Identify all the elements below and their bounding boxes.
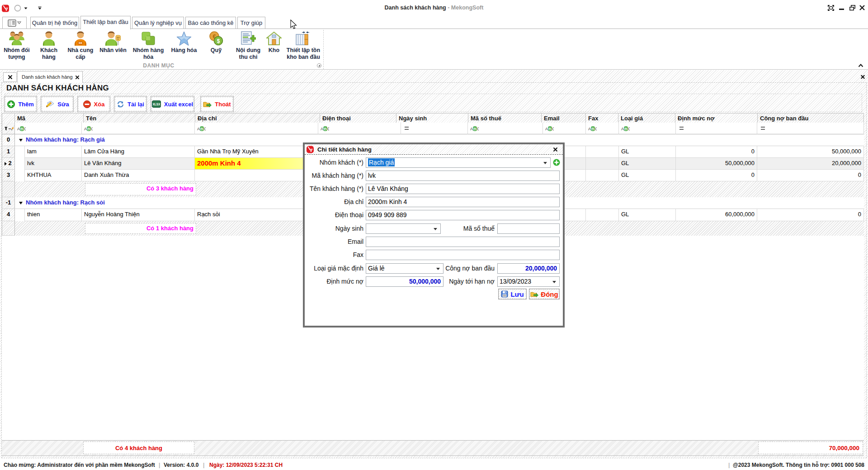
- svg-text:B: B: [87, 127, 90, 131]
- svg-text:A: A: [588, 127, 591, 131]
- svg-text:A: A: [545, 127, 548, 131]
- svg-text:C: C: [595, 127, 597, 131]
- svg-text:$: $: [217, 38, 220, 44]
- svg-text:C: C: [477, 127, 479, 131]
- svg-text:C: C: [327, 127, 329, 131]
- svg-text:A: A: [321, 127, 323, 131]
- svg-text:A: A: [470, 127, 473, 131]
- svg-text:B: B: [624, 127, 627, 131]
- svg-text:A: A: [621, 127, 624, 131]
- svg-text:A: A: [17, 127, 20, 131]
- svg-text:C: C: [204, 127, 206, 131]
- svg-text:DX: DX: [79, 42, 82, 44]
- svg-text:B: B: [324, 127, 327, 131]
- svg-text:C: C: [91, 127, 93, 131]
- svg-text:XLSX: XLSX: [152, 103, 160, 106]
- svg-text:B: B: [473, 127, 476, 131]
- svg-text:B: B: [548, 127, 552, 131]
- svg-text:B: B: [591, 127, 594, 131]
- svg-text:C: C: [24, 127, 26, 131]
- svg-text:C: C: [628, 127, 630, 131]
- svg-text:C: C: [552, 127, 554, 131]
- svg-text:A: A: [84, 127, 87, 131]
- svg-text:B: B: [200, 127, 203, 131]
- svg-text:B: B: [20, 127, 24, 131]
- svg-text:A: A: [197, 127, 200, 131]
